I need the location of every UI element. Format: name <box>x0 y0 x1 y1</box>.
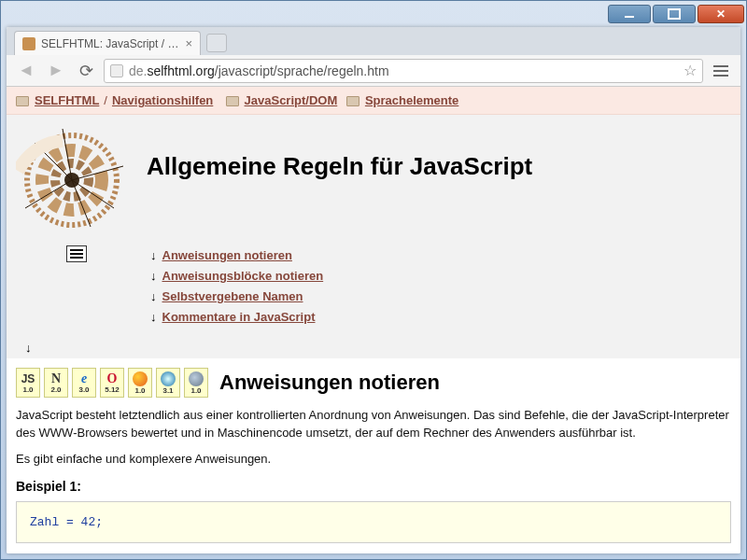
browser-tabbar: SELFHTML: JavaScript / Sp × <box>7 27 740 55</box>
jump-down-icon[interactable]: ↓ <box>16 337 731 358</box>
tab-close-icon[interactable]: × <box>185 36 192 50</box>
badge-netscape: N2.0 <box>44 368 68 398</box>
table-of-contents: Anweisungen notieren Anweisungsblöcke no… <box>150 245 323 328</box>
toc-link-selbstvergebene-namen[interactable]: Selbstvergebene Namen <box>162 287 303 307</box>
window-minimize-button[interactable] <box>608 5 651 23</box>
section-heading: Anweisungen notieren <box>219 371 440 395</box>
browser-menu-button[interactable] <box>709 59 733 83</box>
favicon <box>22 37 35 50</box>
paragraph: Es gibt einfache und komplexere Anweisun… <box>16 451 731 468</box>
breadcrumb-link-selfhtml[interactable]: SELFHTML <box>35 93 99 107</box>
bookmark-star-icon[interactable]: ☆ <box>684 62 697 79</box>
badge-ie: e3.0 <box>72 368 96 398</box>
page-title: Allgemeine Regeln für JavaScript <box>147 152 532 181</box>
hamburger-icon <box>710 65 732 77</box>
breadcrumb-link-navigationshilfen[interactable]: Navigationshilfen <box>112 93 213 107</box>
url-subdomain: de. <box>129 63 147 78</box>
breadcrumb-link-sprachelemente[interactable]: Sprachelemente <box>365 93 458 107</box>
badge-opera: O5.12 <box>100 368 124 398</box>
back-button[interactable]: ◄ <box>14 59 38 83</box>
badge-firefox: 1.0 <box>128 368 152 398</box>
toc-toggle-button[interactable] <box>66 245 87 262</box>
paragraph: JavaScript besteht letztendlich aus eine… <box>16 407 731 441</box>
url-globe-icon <box>110 64 123 77</box>
url-path: /javascript/sprache/regeln.htm <box>215 63 389 78</box>
breadcrumb: SELFHTML/Navigationshilfen JavaScript/DO… <box>7 87 740 115</box>
breadcrumb-link-javascript-dom[interactable]: JavaScript/DOM <box>245 93 338 107</box>
browser-compat-badges: JS1.0 N2.0 e3.0 O5.12 1.0 3.1 1.0 Anweis… <box>16 368 731 398</box>
toc-link-anweisungen-notieren[interactable]: Anweisungen notieren <box>162 245 292 266</box>
toc-link-anweisungsbloecke-notieren[interactable]: Anweisungsblöcke notieren <box>162 266 324 287</box>
code-block: Zahl = 42; <box>16 501 731 543</box>
tab-title: SELFHTML: JavaScript / Sp <box>41 37 179 50</box>
browser-toolbar: ◄ ► ⟳ de.selfhtml.org/javascript/sprache… <box>7 55 740 87</box>
forward-button[interactable]: ► <box>44 59 68 83</box>
window-titlebar <box>1 1 746 27</box>
selfhtml-logo <box>16 124 128 236</box>
example-label: Beispiel 1: <box>16 479 731 494</box>
folder-icon <box>16 96 29 106</box>
svg-line-6 <box>72 180 91 227</box>
folder-icon <box>226 96 239 106</box>
url-bar[interactable]: de.selfhtml.org/javascript/sprache/regel… <box>104 59 703 83</box>
reload-button[interactable]: ⟳ <box>74 59 98 83</box>
badge-konqueror: 1.0 <box>184 368 208 398</box>
browser-tab[interactable]: SELFHTML: JavaScript / Sp × <box>14 31 201 55</box>
badge-safari: 3.1 <box>156 368 180 398</box>
page-viewport[interactable]: SELFHTML/Navigationshilfen JavaScript/DO… <box>7 87 740 553</box>
window-close-button[interactable] <box>698 5 744 23</box>
url-domain: selfhtml.org <box>147 63 214 78</box>
folder-icon <box>346 96 359 106</box>
new-tab-button[interactable] <box>206 34 227 52</box>
toc-link-kommentare-in-javascript[interactable]: Kommentare in JavaScript <box>162 307 316 328</box>
window-maximize-button[interactable] <box>653 5 696 23</box>
badge-js: JS1.0 <box>16 368 40 398</box>
